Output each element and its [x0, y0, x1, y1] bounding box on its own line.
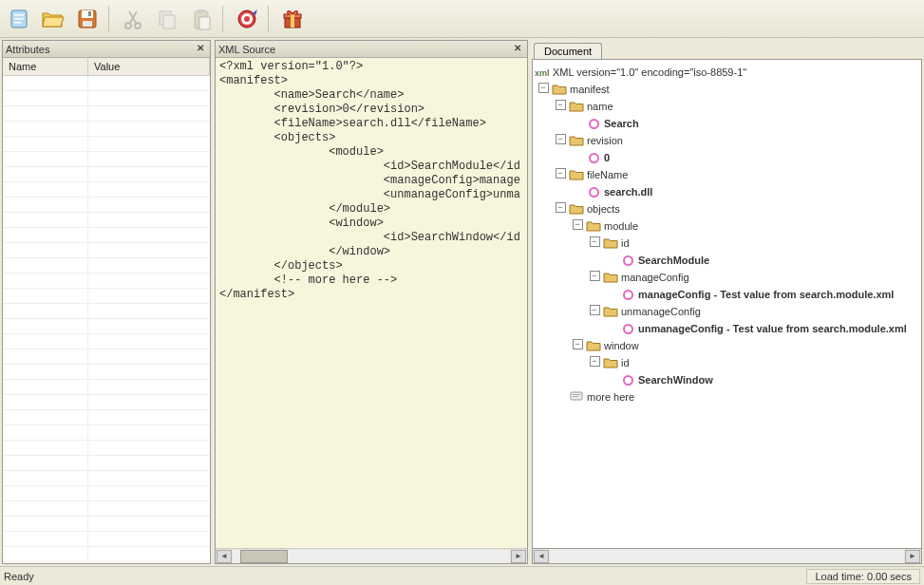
paste-button[interactable]: [186, 4, 217, 34]
attr-row[interactable]: [3, 198, 210, 213]
attr-row[interactable]: [3, 547, 210, 562]
tree-node-unmanageconfig-test-value-from-search-module-xml[interactable]: unmanageConfig - Test value from search.…: [535, 320, 919, 337]
svg-point-17: [244, 16, 250, 22]
tree-node-objects[interactable]: −objects: [535, 200, 919, 217]
toolbar-separator: [222, 6, 226, 32]
svg-rect-6: [83, 21, 92, 27]
attr-row[interactable]: [3, 319, 210, 334]
tree-label: manageConfig: [621, 272, 689, 283]
tree-toggle[interactable]: −: [556, 168, 566, 179]
attr-row[interactable]: [3, 137, 210, 152]
tree-toggle[interactable]: −: [590, 356, 600, 367]
tree-node-searchwindow[interactable]: SearchWindow: [535, 371, 919, 388]
tree-node-revision[interactable]: −revision: [535, 132, 919, 149]
svg-text:xml: xml: [535, 68, 550, 78]
attributes-col-name[interactable]: Name: [3, 58, 88, 75]
attr-row[interactable]: [3, 91, 210, 106]
attr-row[interactable]: [3, 152, 210, 167]
open-folder-button[interactable]: [38, 4, 68, 34]
xml-declaration[interactable]: xmlXML version="1.0" encoding="iso-8859-…: [535, 64, 919, 81]
tree-toggle[interactable]: −: [590, 271, 600, 281]
attr-row[interactable]: [3, 471, 210, 486]
attr-row[interactable]: [3, 395, 210, 410]
xml-source-textarea[interactable]: <?xml version="1.0"?> <manifest> <name>S…: [216, 58, 527, 548]
svg-rect-1: [14, 14, 24, 16]
tree-node-id[interactable]: −id: [535, 235, 919, 252]
document-tree[interactable]: xmlXML version="1.0" encoding="iso-8859-…: [532, 59, 922, 549]
scroll-right-button[interactable]: ►: [905, 550, 920, 563]
tree-node-id[interactable]: −id: [535, 354, 919, 371]
tree-node-window[interactable]: −window: [535, 337, 919, 354]
attr-row[interactable]: [3, 532, 210, 547]
attr-row[interactable]: [3, 304, 210, 319]
tree-toggle[interactable]: −: [556, 202, 566, 213]
attr-row[interactable]: [3, 380, 210, 395]
tree-node-searchmodule[interactable]: SearchModule: [535, 252, 919, 269]
scroll-right-button[interactable]: ►: [511, 550, 526, 563]
attr-row[interactable]: [3, 456, 210, 471]
gift-button[interactable]: [277, 4, 308, 34]
attr-row[interactable]: [3, 289, 210, 304]
attr-row[interactable]: [3, 441, 210, 456]
attr-row[interactable]: [3, 258, 210, 274]
tree-node-manifest[interactable]: −manifest: [535, 81, 919, 98]
attr-row[interactable]: [3, 334, 210, 349]
tree-node-unmanageconfig[interactable]: −unmanageConfig: [535, 303, 919, 320]
tree-toggle[interactable]: −: [573, 219, 583, 230]
tree-node-filename[interactable]: −fileName: [535, 166, 919, 183]
target-button[interactable]: [232, 4, 262, 34]
attr-row[interactable]: [3, 228, 210, 243]
tree-toggle[interactable]: −: [556, 134, 566, 144]
attributes-close-button[interactable]: ✕: [194, 43, 207, 56]
scroll-left-button[interactable]: ◄: [534, 550, 549, 563]
xml-source-close-button[interactable]: ✕: [511, 43, 524, 56]
attributes-grid[interactable]: [3, 76, 210, 563]
attributes-columns: Name Value: [3, 58, 210, 76]
svg-rect-13: [198, 9, 205, 13]
value-icon: [586, 116, 601, 131]
xml-horizontal-scrollbar[interactable]: ◄ ►: [216, 548, 527, 563]
scroll-track[interactable]: [233, 550, 510, 563]
document-tab[interactable]: Document: [534, 43, 602, 59]
attr-row[interactable]: [3, 410, 210, 425]
tree-toggle[interactable]: −: [538, 83, 549, 93]
attr-row[interactable]: [3, 486, 210, 501]
save-button[interactable]: [72, 4, 103, 34]
attr-row[interactable]: [3, 182, 210, 198]
scroll-track[interactable]: [550, 550, 904, 563]
tree-node-0[interactable]: 0: [535, 149, 919, 166]
tree-node-manageconfig-test-value-from-search-module-xml[interactable]: manageConfig - Test value from search.mo…: [535, 286, 919, 303]
attr-row[interactable]: [3, 106, 210, 122]
tree-toggle[interactable]: −: [590, 305, 600, 315]
tree-toggle[interactable]: −: [573, 339, 583, 349]
tree-node-search-dll[interactable]: search.dll: [535, 183, 919, 200]
tree-node-more-here[interactable]: more here: [535, 388, 919, 406]
attr-row[interactable]: [3, 517, 210, 532]
attr-row[interactable]: [3, 76, 210, 91]
cut-button[interactable]: [118, 4, 148, 34]
svg-point-9: [135, 23, 141, 28]
doc-horizontal-scrollbar[interactable]: ◄ ►: [532, 549, 922, 564]
new-file-button[interactable]: [4, 4, 34, 34]
attr-row[interactable]: [3, 501, 210, 517]
tree-toggle[interactable]: −: [556, 100, 566, 110]
tree-node-search[interactable]: Search: [535, 115, 919, 132]
scroll-thumb[interactable]: [240, 550, 288, 563]
scroll-left-button[interactable]: ◄: [217, 550, 232, 563]
tree-node-manageconfig[interactable]: −manageConfig: [535, 269, 919, 286]
attr-row[interactable]: [3, 365, 210, 380]
tree-node-name[interactable]: −name: [535, 98, 919, 115]
attributes-col-value[interactable]: Value: [88, 58, 210, 75]
attr-row[interactable]: [3, 425, 210, 441]
tree-label: fileName: [587, 169, 628, 180]
attr-row[interactable]: [3, 349, 210, 365]
attr-row[interactable]: [3, 167, 210, 182]
folder-icon: [569, 99, 584, 114]
tree-toggle[interactable]: −: [590, 236, 600, 247]
attr-row[interactable]: [3, 213, 210, 228]
attr-row[interactable]: [3, 243, 210, 258]
copy-button[interactable]: [152, 4, 182, 34]
attr-row[interactable]: [3, 274, 210, 289]
tree-node-module[interactable]: −module: [535, 217, 919, 235]
attr-row[interactable]: [3, 122, 210, 137]
